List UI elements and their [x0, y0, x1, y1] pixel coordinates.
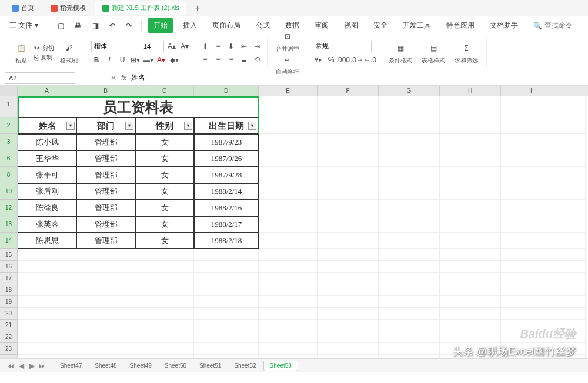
cell[interactable]: 1987/9/28	[194, 167, 259, 183]
cell[interactable]	[379, 183, 440, 200]
cell[interactable]	[135, 284, 194, 296]
align-top-icon[interactable]: ⬆	[200, 41, 211, 52]
row-header[interactable]: 13	[0, 216, 18, 233]
tab-template[interactable]: 稻壳模板	[44, 1, 93, 15]
cell[interactable]	[501, 261, 562, 273]
border-button[interactable]: ⊞▾	[130, 55, 141, 65]
cell[interactable]	[18, 308, 76, 320]
sheet-tab[interactable]: Sheet49	[124, 361, 158, 371]
column-header-A[interactable]: A	[18, 86, 76, 96]
italic-button[interactable]: I	[104, 55, 115, 65]
row-header[interactable]: 22	[0, 331, 18, 343]
tab-document[interactable]: 新建 XLS 工作表 (2).xls	[95, 1, 186, 15]
cell[interactable]	[501, 233, 562, 249]
cell[interactable]	[440, 134, 501, 150]
cell[interactable]: 女	[135, 167, 194, 183]
column-header-C[interactable]: C	[135, 86, 194, 96]
cell[interactable]	[379, 284, 440, 296]
cell[interactable]: 管理部	[76, 233, 135, 249]
align-right-icon[interactable]: ≡	[226, 54, 236, 65]
copy-button[interactable]: ⎘ 复制	[34, 53, 54, 62]
cell[interactable]	[379, 249, 440, 261]
cell[interactable]	[501, 216, 562, 233]
cell[interactable]	[501, 249, 562, 261]
row-header[interactable]: 17	[0, 273, 18, 284]
cell[interactable]: 女	[135, 183, 194, 200]
row-header[interactable]: 12	[0, 200, 18, 216]
fx-icon[interactable]: fx	[121, 74, 126, 82]
cell[interactable]	[440, 320, 501, 331]
cell[interactable]	[18, 284, 76, 296]
column-header-F[interactable]: F	[318, 86, 379, 96]
file-menu[interactable]: 三 文件 ▾	[6, 18, 42, 33]
row-header[interactable]: 19	[0, 296, 18, 308]
cell[interactable]	[76, 296, 135, 308]
cell[interactable]	[318, 96, 379, 117]
cell[interactable]	[259, 117, 318, 134]
wrap-button[interactable]: ↵自动换行	[272, 53, 303, 76]
underline-button[interactable]: U	[117, 55, 128, 65]
tab-home[interactable]: 首页	[5, 1, 41, 15]
font-select[interactable]	[91, 41, 138, 52]
cell[interactable]	[76, 308, 135, 320]
cell[interactable]	[379, 134, 440, 150]
cell[interactable]	[440, 96, 501, 117]
cell[interactable]	[440, 200, 501, 216]
cell[interactable]	[259, 150, 318, 167]
formula-input[interactable]	[131, 74, 308, 82]
cut-button[interactable]: ✂ 剪切	[34, 44, 54, 52]
cell[interactable]	[76, 284, 135, 296]
cell[interactable]	[501, 183, 562, 200]
cell[interactable]	[379, 261, 440, 273]
cell[interactable]	[318, 331, 379, 343]
cell[interactable]	[379, 216, 440, 233]
percent-icon[interactable]: %	[326, 55, 336, 65]
cell[interactable]	[562, 167, 586, 183]
cell[interactable]	[318, 150, 379, 167]
row-header[interactable]: 14	[0, 233, 18, 249]
cell[interactable]	[318, 216, 379, 233]
cell[interactable]	[18, 261, 76, 273]
cell[interactable]	[562, 308, 586, 320]
cell[interactable]	[379, 331, 440, 343]
cell[interactable]	[76, 261, 135, 273]
row-header[interactable]: 20	[0, 308, 18, 320]
cell[interactable]: 管理部	[76, 150, 135, 167]
decrease-font-icon[interactable]: A▾	[179, 41, 190, 52]
cell[interactable]	[76, 343, 135, 355]
cell[interactable]	[76, 320, 135, 331]
sheet-last-icon[interactable]: ⏭	[38, 361, 47, 371]
menu-special[interactable]: 特色应用	[440, 18, 480, 33]
cell[interactable]	[259, 167, 318, 183]
row-header[interactable]: 1	[0, 96, 18, 117]
cell[interactable]: 陈思思	[18, 233, 76, 249]
decimal-inc-icon[interactable]: .0→	[352, 55, 362, 65]
cell[interactable]: 女	[135, 150, 194, 167]
cell[interactable]	[259, 183, 318, 200]
cell[interactable]	[135, 320, 194, 331]
cell[interactable]	[259, 320, 318, 331]
cell[interactable]	[562, 150, 586, 167]
cell[interactable]	[259, 296, 318, 308]
cell[interactable]	[76, 331, 135, 343]
sum-find-button[interactable]: Σ求和筛选	[451, 41, 482, 65]
row-header[interactable]: 16	[0, 261, 18, 273]
menu-layout[interactable]: 页面布局	[206, 18, 246, 33]
cell[interactable]	[562, 249, 586, 261]
cell[interactable]	[18, 249, 76, 261]
cell[interactable]	[379, 117, 440, 134]
number-format-select[interactable]	[313, 41, 372, 52]
toolbar-print-icon[interactable]: 🖶	[71, 19, 85, 32]
cell[interactable]	[259, 343, 318, 355]
cell[interactable]	[318, 343, 379, 355]
cell[interactable]	[318, 284, 379, 296]
cell[interactable]	[440, 308, 501, 320]
row-header[interactable]: 8	[0, 167, 18, 183]
cell[interactable]	[18, 273, 76, 284]
cell[interactable]: 1987/9/23	[194, 134, 259, 150]
cell[interactable]: 管理部	[76, 134, 135, 150]
cell[interactable]	[501, 284, 562, 296]
font-color-button[interactable]: A▾	[156, 55, 166, 65]
cell[interactable]	[379, 308, 440, 320]
cell[interactable]	[259, 261, 318, 273]
